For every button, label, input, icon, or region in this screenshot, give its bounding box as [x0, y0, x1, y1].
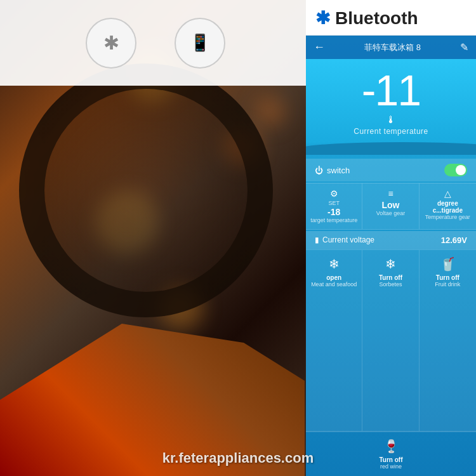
action-meat-seafood[interactable]: ❄ open Meat and seafood [306, 250, 362, 432]
turnoff-sorbetes-status: Turn off [366, 274, 415, 281]
power-icon: ⏻ [315, 166, 323, 175]
low-value: Low [366, 200, 414, 210]
action-red-wine[interactable]: 🍷 Turn off red wine [306, 432, 476, 476]
phone-symbol: 📱 [190, 33, 210, 53]
wave-divider [306, 142, 476, 155]
voltage-value: 12.69V [441, 235, 467, 245]
sorbetes-label: Sorbetes [366, 281, 415, 288]
top-icon-area: ✱ 📱 [0, 0, 311, 86]
device-bar: ← 菲特车载冰箱 8 ✎ [306, 36, 476, 59]
app-panel: ✱ Bluetooth ← 菲特车载冰箱 8 ✎ -11 🌡 Current t… [306, 0, 476, 476]
back-button[interactable]: ← [314, 41, 325, 54]
device-name-label: 菲特车载冰箱 8 [364, 42, 421, 53]
settings-cell-temp-gear[interactable]: △ degree c...tigrade Temperature gear [420, 183, 476, 230]
temperature-label: Current temperature [306, 127, 476, 136]
thermometer-icon: 🌡 [306, 114, 476, 126]
bluetooth-symbol: ✱ [103, 32, 119, 54]
fruit-drink-label: Fruit drink [423, 281, 473, 288]
watermark: kr.feterappliances.com [162, 450, 314, 466]
power-toggle[interactable] [444, 164, 467, 176]
voltage-text: Current voltage [322, 235, 374, 244]
bluetooth-logo-icon: ✱ [315, 8, 330, 29]
action-sorbetes[interactable]: ❄ Turn off Sorbetes [362, 250, 419, 432]
open-status: open [309, 274, 359, 281]
steering-wheel [19, 63, 273, 317]
voltage-label: ▮ Current voltage [315, 235, 374, 244]
triangle-icon: △ [423, 188, 472, 199]
phone-circle-icon: 📱 [175, 18, 225, 69]
action-fruit-drink[interactable]: 🥤 Turn off Fruit drink [420, 250, 476, 432]
drink-icon: 🥤 [423, 256, 473, 272]
bluetooth-circle-icon: ✱ [86, 18, 136, 69]
menu-icon: ≡ [366, 188, 414, 199]
set-icon: ⚙ [310, 188, 358, 199]
temperature-display: -11 🌡 Current temperature [306, 59, 476, 142]
voltage-row: ▮ Current voltage 12.69V [306, 231, 476, 249]
set-label: SET [310, 200, 358, 207]
settings-cell-temperature[interactable]: ⚙ SET -18 target temperature [306, 183, 362, 230]
set-value: -18 [310, 207, 358, 217]
switch-text: switch [327, 166, 350, 175]
temp-gear-label: Temperature gear [423, 214, 472, 221]
actions-grid: ❄ open Meat and seafood ❄ Turn off Sorbe… [306, 249, 476, 432]
settings-grid: ⚙ SET -18 target temperature ≡ Low Volta… [306, 183, 476, 230]
switch-label: ⏻ switch [315, 166, 350, 175]
degree-value: degree c...tigrade [423, 200, 472, 214]
settings-cell-voltage-gear[interactable]: ≡ Low Voltae gear [362, 183, 419, 230]
voltage-gear-label: Voltae gear [366, 210, 414, 217]
battery-icon: ▮ [315, 235, 319, 244]
turnoff-fruit-status: Turn off [423, 274, 473, 281]
app-screen: ← 菲特车载冰箱 8 ✎ -11 🌡 Current temperature ⏻… [306, 36, 476, 476]
temperature-value: -11 [306, 69, 476, 112]
meat-seafood-label: Meat and seafood [309, 281, 359, 288]
bluetooth-header: ✱ Bluetooth [306, 0, 476, 36]
edit-button[interactable]: ✎ [460, 41, 468, 53]
bluetooth-title: Bluetooth [335, 8, 418, 29]
snowflake-1-icon: ❄ [309, 256, 359, 272]
wine-icon: 🍷 [312, 439, 470, 454]
snowflake-2-icon: ❄ [366, 256, 415, 272]
turnoff-wine-status: Turn off [312, 456, 470, 463]
switch-row: ⏻ switch [306, 159, 476, 182]
red-wine-label: red wine [312, 463, 470, 470]
target-label: target temperature [310, 217, 358, 224]
